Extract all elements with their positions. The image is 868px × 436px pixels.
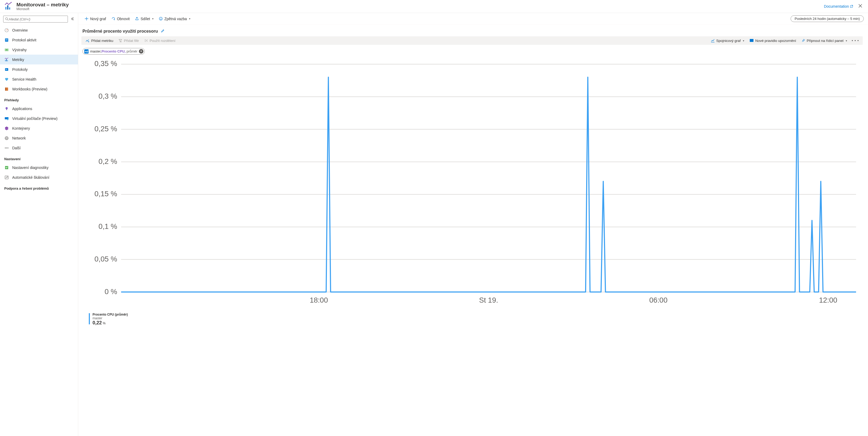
svg-text:St 19.: St 19.: [479, 296, 498, 304]
remove-metric-button[interactable]: ✕: [139, 49, 144, 54]
network-icon: [4, 136, 9, 141]
legend-metric-name: Procento CPU (průměr): [93, 313, 128, 316]
sidebar-section-support: Podpora a řešení problémů: [0, 182, 78, 192]
search-input[interactable]: [9, 17, 66, 21]
collapse-sidebar-button[interactable]: [70, 17, 75, 22]
legend-source: master: [93, 316, 128, 320]
svg-point-3: [6, 18, 8, 20]
svg-point-22: [5, 148, 6, 148]
page-subtitle: Microsoft: [17, 7, 69, 11]
sidebar-item-logs[interactable]: Protokoly: [0, 64, 78, 74]
sidebar-item-service-health[interactable]: Service Health: [0, 74, 78, 84]
containers-icon: [4, 126, 9, 131]
sidebar-item-overview[interactable]: Overview: [0, 25, 78, 35]
svg-text:0,05 %: 0,05 %: [94, 255, 117, 263]
refresh-icon: [111, 17, 115, 21]
svg-point-23: [6, 148, 7, 148]
metric-pill[interactable]: sql master,Procento CPU, průměr ✕: [83, 48, 145, 55]
svg-text:0,3 %: 0,3 %: [99, 92, 117, 100]
sidebar-item-autoscale[interactable]: Automatické škálování: [0, 173, 78, 182]
metrics-icon: [4, 57, 9, 62]
add-metric-button[interactable]: Přidat metriku: [84, 38, 115, 44]
sidebar-item-label: Automatické škálování: [12, 175, 49, 180]
sidebar: Overview Protokol aktivit Výstrahy Metri…: [0, 13, 78, 436]
chevron-down-icon: ▾: [743, 39, 744, 42]
svg-text:18:00: 18:00: [310, 296, 328, 304]
sidebar-item-network[interactable]: Network: [0, 133, 78, 143]
app-metrics-icon: [4, 2, 13, 11]
svg-point-17: [6, 107, 8, 109]
search-input-wrapper[interactable]: [3, 15, 68, 23]
chart-canvas: 0 %0,05 %0,1 %0,15 %0,2 %0,25 %0,3 %0,35…: [82, 59, 863, 311]
chevron-down-icon: ▾: [846, 39, 847, 42]
legend-unit: %: [102, 321, 105, 325]
workbook-icon: [4, 87, 9, 92]
apply-split-button[interactable]: Použít rozdělení: [142, 38, 178, 44]
share-button[interactable]: Sdílet ▾: [133, 15, 156, 22]
smiley-icon: [159, 17, 163, 21]
refresh-button[interactable]: Obnovit: [109, 15, 132, 22]
logs-icon: [4, 67, 9, 72]
sidebar-section-insights: Přehledy: [0, 94, 78, 104]
documentation-link[interactable]: Documentation: [824, 4, 853, 8]
svg-text:0,35 %: 0,35 %: [94, 59, 117, 68]
sidebar-item-label: Applications: [12, 106, 32, 111]
sidebar-item-activity-log[interactable]: Protokol aktivit: [0, 35, 78, 45]
add-filter-button[interactable]: Přidat filtr: [116, 38, 141, 44]
sidebar-item-label: Network: [12, 136, 26, 140]
sidebar-item-workbooks[interactable]: Workbooks (Preview): [0, 84, 78, 94]
add-metric-icon: [86, 39, 90, 43]
time-range-selector[interactable]: Posledních 24 hodin (automaticky – 5 min…: [790, 15, 864, 22]
svg-point-29: [161, 18, 162, 19]
svg-text:06:00: 06:00: [649, 296, 668, 304]
svg-rect-30: [750, 39, 753, 42]
svg-text:0,1 %: 0,1 %: [99, 222, 117, 230]
svg-rect-7: [6, 40, 8, 40]
header-bar: Monitorovat – metriky Microsoft Document…: [0, 0, 868, 13]
sidebar-item-metrics[interactable]: Metriky: [0, 55, 78, 64]
alerts-icon: [4, 48, 9, 52]
command-bar: Nový graf Obnovit Sdílet ▾ Zpětná vazba …: [78, 13, 868, 25]
new-chart-button[interactable]: Nový graf: [83, 15, 108, 22]
search-icon: [5, 17, 9, 21]
sidebar-item-label: Protokoly: [12, 67, 28, 72]
metric-pill-agg: průměr: [126, 49, 137, 53]
chevron-down-icon: ▾: [189, 17, 190, 20]
sidebar-item-applications[interactable]: Applications: [0, 104, 78, 114]
new-alert-rule-button[interactable]: Nové pravidlo upozornění: [747, 38, 798, 44]
close-button[interactable]: [858, 3, 863, 10]
share-icon: [135, 17, 139, 21]
sidebar-item-more[interactable]: Další: [0, 143, 78, 153]
sidebar-item-label: Nastavení diagnostiky: [12, 165, 49, 170]
edit-title-button[interactable]: [161, 29, 165, 34]
svg-point-20: [7, 119, 8, 120]
more-icon: [4, 146, 9, 150]
split-icon: [144, 39, 148, 42]
plus-icon: [85, 17, 89, 21]
heart-icon: [4, 77, 9, 82]
page-title: Monitorovat – metriky: [17, 2, 69, 8]
sidebar-item-label: Overview: [12, 28, 28, 32]
gauge-icon: [4, 28, 9, 33]
more-options-button[interactable]: • • •: [850, 37, 861, 44]
feedback-button[interactable]: Zpětná vazba ▾: [157, 15, 192, 22]
sidebar-item-vms[interactable]: Virtuální počítače (Preview): [0, 114, 78, 123]
chart-title: Průměrné procento využití procesoru: [83, 29, 158, 34]
chart-type-selector[interactable]: Spojnicový graf ▾: [709, 38, 746, 44]
autoscale-icon: [4, 175, 9, 180]
sidebar-item-diagnostics[interactable]: Nastavení diagnostiky: [0, 162, 78, 173]
svg-text:12:00: 12:00: [819, 296, 837, 304]
pin-dashboard-button[interactable]: Připnout na řídicí panel ▾: [799, 38, 849, 44]
sidebar-item-label: Virtuální počítače (Preview): [12, 117, 58, 121]
svg-rect-10: [6, 59, 7, 61]
sidebar-item-alerts[interactable]: Výstrahy: [0, 45, 78, 55]
sql-db-icon: sql: [84, 49, 89, 54]
external-link-icon: [850, 5, 853, 8]
sidebar-item-containers[interactable]: Kontejnery: [0, 123, 78, 133]
legend-color-bar: [89, 313, 90, 324]
svg-rect-9: [5, 60, 6, 61]
diagnostics-icon: [4, 165, 9, 170]
sidebar-item-label: Výstrahy: [12, 48, 27, 52]
filter-icon: [119, 39, 122, 42]
chevron-down-icon: ▾: [152, 17, 154, 20]
